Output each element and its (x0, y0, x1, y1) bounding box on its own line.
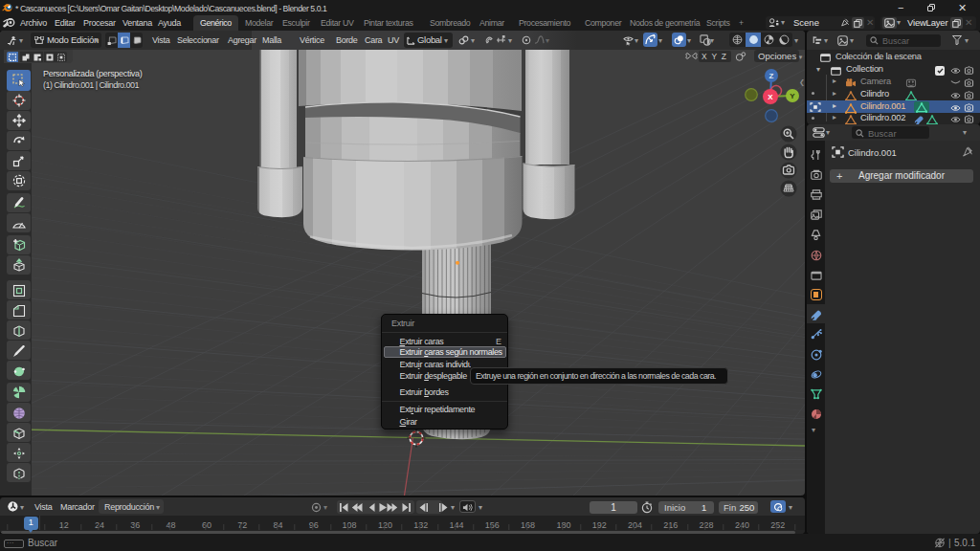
svg-text:Y: Y (790, 92, 795, 100)
svg-text:Z: Z (769, 72, 774, 80)
svg-text:X: X (768, 93, 773, 101)
